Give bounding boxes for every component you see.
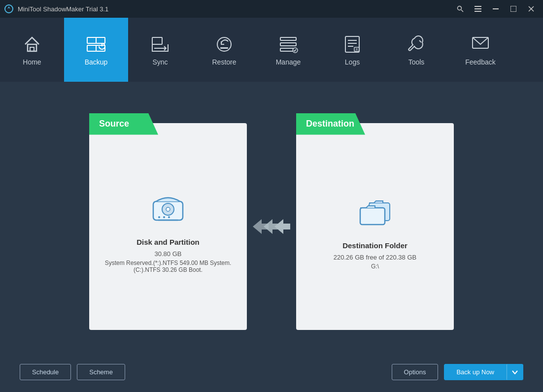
nav-item-feedback[interactable]: Feedback [448,18,512,82]
folder-icon [355,195,395,229]
nav-label-manage: Manage [276,58,301,66]
app-title: MiniTool ShadowMaker Trial 3.1 [18,5,108,13]
svg-point-1 [458,6,462,10]
folder-icon-area [355,195,395,231]
forward-arrows-icon [252,217,291,236]
nav-label-tools: Tools [408,58,425,66]
svg-rect-14 [87,45,96,51]
minimize-button[interactable] [488,3,504,15]
destination-card-title: Destination Folder [342,241,407,250]
backup-now-button[interactable]: Back up Now [444,364,507,380]
destination-header-label: Destination [306,119,354,129]
bottom-left-buttons: Schedule Scheme [20,364,125,380]
destination-card[interactable]: Destination Destination Folder [296,123,454,330]
nav-item-backup[interactable]: Backup [64,18,128,82]
svg-rect-16 [152,37,162,44]
options-button[interactable]: Options [392,364,439,380]
schedule-button[interactable]: Schedule [20,364,71,380]
svg-point-0 [5,5,13,13]
restore-icon [213,33,235,55]
svg-line-30 [419,40,421,42]
feedback-icon [470,33,491,55]
hamburger-icon [475,6,481,12]
svg-rect-40 [360,208,385,225]
nav-label-restore: Restore [212,58,236,66]
nav-item-manage[interactable]: Manage [256,18,320,82]
source-card-title: Disk and Partition [136,238,200,246]
source-header-label: Source [99,119,129,129]
svg-rect-12 [87,37,96,43]
title-bar-controls [452,3,539,15]
svg-rect-4 [475,8,481,9]
sync-icon [149,33,171,55]
svg-point-36 [163,216,165,218]
title-bar-left: MiniTool ShadowMaker Trial 3.1 [4,4,108,14]
close-button[interactable] [523,3,539,15]
menu-button[interactable] [470,3,486,15]
backup-icon [85,33,107,55]
svg-point-35 [158,216,160,218]
source-card-sub2: System Reserved.(*:).NTFS 549.00 MB Syst… [99,260,237,273]
backup-now-dropdown-button[interactable] [507,364,523,380]
svg-rect-19 [280,37,296,40]
nav-label-sync: Sync [152,58,168,66]
destination-card-sub2: G:\ [366,263,384,270]
svg-rect-7 [510,6,516,12]
disk-icon-area [148,192,188,228]
svg-point-37 [168,216,170,218]
svg-line-2 [461,10,463,12]
source-card[interactable]: Source [89,123,247,330]
source-card-sub: 30.80 GB [155,250,182,258]
close-icon [528,6,534,12]
nav-item-sync[interactable]: Sync [128,18,192,82]
nav-label-backup: Backup [85,58,108,66]
minimize-icon [493,8,499,9]
svg-rect-27 [354,47,359,51]
logs-icon [341,33,363,55]
disk-partition-icon [148,192,188,226]
svg-rect-6 [493,8,499,9]
app-logo-icon [4,4,14,14]
svg-rect-5 [475,11,481,12]
scheme-button[interactable]: Scheme [77,364,125,380]
nav-label-feedback: Feedback [465,58,495,66]
tools-icon [406,33,427,55]
nav-item-tools[interactable]: Tools [384,18,448,82]
title-bar: MiniTool ShadowMaker Trial 3.1 [0,0,543,18]
svg-rect-20 [280,43,296,46]
source-card-header: Source [89,113,158,135]
svg-rect-3 [475,6,481,7]
chevron-down-icon [512,370,518,374]
arrows-area [247,217,296,236]
nav-item-restore[interactable]: Restore [192,18,256,82]
svg-rect-18 [220,47,228,49]
search-button[interactable] [452,3,468,15]
svg-point-34 [166,207,170,211]
search-icon [457,5,464,12]
manage-icon [277,33,299,55]
bottom-bar: Schedule Scheme Options Back up Now [20,356,523,382]
nav-item-home[interactable]: Home [0,18,64,82]
main-content: Source [0,82,543,392]
destination-card-inner[interactable]: Destination Folder 220.26 GB free of 220… [296,135,454,330]
bottom-right-buttons: Options Back up Now [392,364,523,380]
nav-bar: Home Backup Sync Restore [0,18,543,82]
nav-label-home: Home [23,58,41,66]
svg-rect-13 [96,37,105,43]
home-icon [21,33,43,55]
maximize-icon [510,6,516,12]
destination-card-sub: 220.26 GB free of 220.38 GB [334,254,416,261]
nav-item-logs[interactable]: Logs [320,18,384,82]
destination-card-header: Destination [296,113,365,135]
nav-label-logs: Logs [345,58,360,66]
source-card-inner[interactable]: Disk and Partition 30.80 GB System Reser… [89,135,247,330]
maximize-button[interactable] [506,3,521,15]
cards-row: Source [20,97,523,356]
